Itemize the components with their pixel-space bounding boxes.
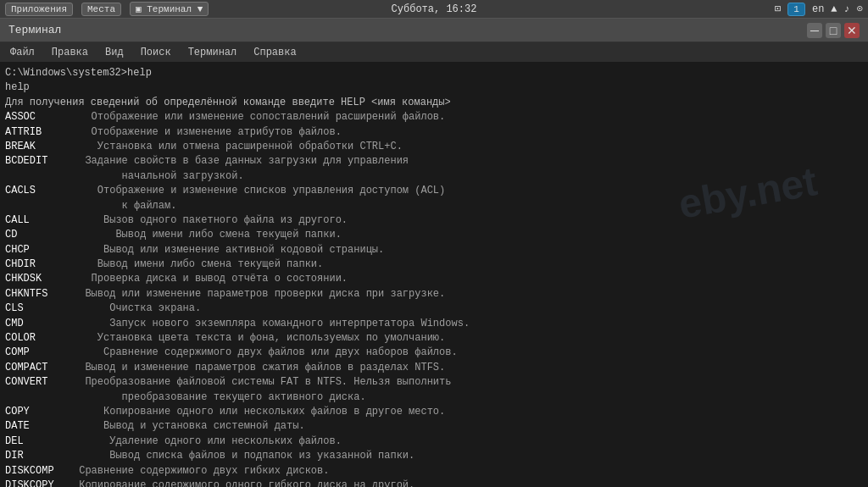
window-controls: ─ □ ✕: [807, 23, 860, 38]
terminal-line: CHCP Вывод или изменение активной кодово…: [5, 243, 863, 257]
minimize-button[interactable]: ─: [807, 23, 822, 38]
terminal-line: CLS Очистка экрана.: [5, 302, 863, 316]
terminal-line: ASSOC Отображение или изменение сопостав…: [5, 110, 863, 125]
places-menu[interactable]: Места: [81, 3, 121, 16]
maximize-button[interactable]: □: [826, 23, 841, 38]
menu-terminal[interactable]: Терминал: [181, 45, 244, 60]
terminal-line: CHKNTFS Вывод или изменение параметров п…: [5, 287, 863, 302]
apps-menu[interactable]: Приложения: [5, 3, 73, 16]
menu-edit[interactable]: Правка: [45, 45, 95, 60]
screenshot-icon[interactable]: ⊡: [775, 3, 781, 15]
lang-indicator[interactable]: en: [812, 3, 824, 15]
terminal-line: CHKDSK Проверка диска и вывод отчёта о с…: [5, 272, 863, 286]
window-title: Терминал: [8, 24, 61, 36]
terminal-line: DEL Удаление одного или нескольких файло…: [5, 434, 863, 449]
volume-icon: ♪: [844, 3, 850, 15]
terminal-line: DISKCOPY Копирование содержимого одного …: [5, 479, 863, 487]
terminal-line: DIR Вывод списка файлов и подпапок из ук…: [5, 449, 863, 463]
terminal-line: help: [5, 80, 863, 95]
menu-search[interactable]: Поиск: [134, 45, 178, 60]
menu-file[interactable]: Файл: [3, 45, 42, 60]
terminal-line: DISKCOMP Сравнение содержимого двух гибк…: [5, 464, 863, 479]
title-bar: Терминал ─ □ ✕: [0, 19, 868, 42]
terminal-line: CALL Вызов одного пакетного файла из дру…: [5, 213, 863, 228]
terminal-line: к файлам.: [5, 199, 863, 213]
terminal-line: CACLS Отображение и изменение списков уп…: [5, 184, 863, 198]
power-icon: ⊙: [857, 3, 863, 15]
terminal-line: COMPACT Вывод и изменение параметров сжа…: [5, 361, 863, 375]
terminal-menu[interactable]: ▣ Терминал ▼: [130, 2, 209, 16]
close-button[interactable]: ✕: [844, 23, 860, 38]
terminal-line: BREAK Установка или отмена расширенной о…: [5, 140, 863, 154]
menu-bar: Файл Правка Вид Поиск Терминал Справка: [0, 42, 868, 63]
workspace-indicator[interactable]: 1: [787, 3, 805, 16]
terminal-line: COLOR Установка цвета текста и фона, исп…: [5, 331, 863, 346]
terminal-line: COMP Сравнение содержимого двух файлов и…: [5, 346, 863, 360]
menu-view[interactable]: Вид: [98, 45, 131, 60]
system-bar: Приложения Места ▣ Терминал ▼ Суббота, 1…: [0, 0, 868, 19]
terminal-line: BCDEDIT Задание свойств в базе данных за…: [5, 154, 863, 169]
system-bar-right: ⊡ 1 en ▲ ♪ ⊙: [775, 3, 863, 16]
terminal-icon: ▣: [136, 4, 142, 14]
terminal-line: C:\Windows\system32>help: [5, 66, 863, 80]
terminal-line: преобразование текущего активного диска.: [5, 390, 863, 405]
terminal-line: Для получения сведений об определённой к…: [5, 96, 863, 110]
menu-help[interactable]: Справка: [247, 45, 303, 60]
terminal-line: ATTRIB Отображение и изменение атрибутов…: [5, 125, 863, 140]
datetime-display: Суббота, 16:32: [392, 3, 477, 15]
terminal-line: CONVERT Преобразование файловой системы …: [5, 375, 863, 390]
system-bar-left: Приложения Места ▣ Терминал ▼: [5, 2, 209, 16]
terminal-output[interactable]: eby.net C:\Windows\system32>help help Дл…: [0, 63, 868, 487]
wifi-icon: ▲: [831, 3, 837, 15]
terminal-line: начальной загрузкой.: [5, 169, 863, 184]
terminal-line: CMD Запуск нового экземпляра командного …: [5, 317, 863, 331]
dropdown-icon: ▼: [198, 4, 203, 14]
terminal-line: CD Вывод имени либо смена текущей папки.: [5, 228, 863, 242]
terminal-line-copy: COPY Копирование одного или нескольких ф…: [5, 405, 863, 419]
terminal-line: DATE Вывод и установка системной даты.: [5, 419, 863, 434]
terminal-line: CHDIR Вывод имени либо смена текущей пап…: [5, 257, 863, 272]
